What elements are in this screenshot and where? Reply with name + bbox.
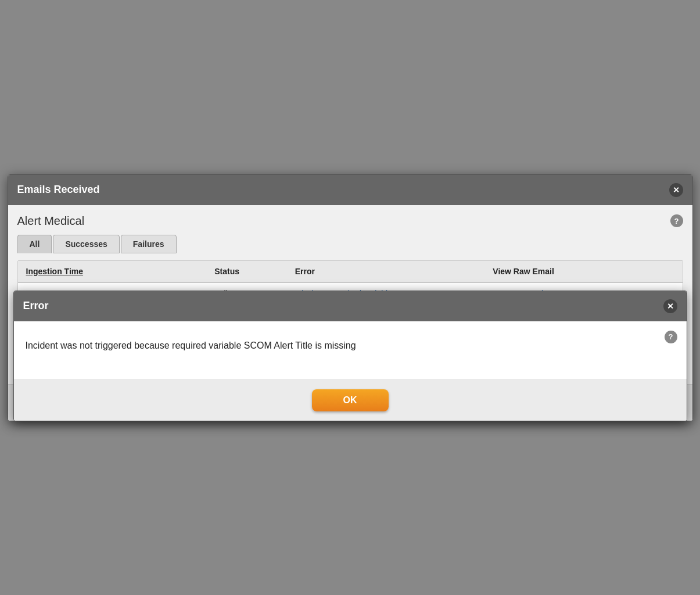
col-status: Status: [206, 261, 286, 282]
error-modal-close-button[interactable]: ✕: [663, 299, 677, 313]
table-header-row: Ingestion Time Status Error View Raw Ema…: [18, 261, 683, 282]
help-icon[interactable]: ?: [670, 214, 683, 227]
alert-medical-title: Alert Medical: [17, 214, 85, 228]
error-help-icon[interactable]: ?: [665, 331, 677, 343]
error-modal: Error ✕ Incident was not triggered becau…: [13, 291, 687, 421]
col-view-raw-email: View Raw Email: [484, 261, 682, 282]
close-icon: ✕: [667, 302, 674, 311]
error-modal-title: Error: [23, 300, 49, 312]
col-error: Error: [287, 261, 485, 282]
emails-received-modal-header: Emails Received ✕: [8, 175, 692, 205]
tab-successes[interactable]: Successes: [53, 235, 119, 253]
error-modal-body: Incident was not triggered because requi…: [14, 321, 687, 379]
col-ingestion-time[interactable]: Ingestion Time: [18, 261, 207, 282]
section-title-row: Alert Medical ?: [17, 214, 683, 228]
tab-all[interactable]: All: [17, 235, 52, 253]
tabs-container: All Successes Failures: [17, 235, 683, 253]
error-message: Incident was not triggered because requi…: [26, 339, 356, 353]
emails-received-title: Emails Received: [17, 184, 100, 196]
tab-failures[interactable]: Failures: [121, 235, 177, 253]
error-modal-wrapper: Error ✕ Incident was not triggered becau…: [13, 291, 687, 421]
error-modal-footer: OK: [14, 379, 687, 421]
emails-received-close-button[interactable]: ✕: [669, 183, 683, 197]
error-ok-button[interactable]: OK: [312, 389, 389, 411]
close-icon: ✕: [673, 185, 680, 195]
error-modal-header: Error ✕: [14, 291, 687, 321]
